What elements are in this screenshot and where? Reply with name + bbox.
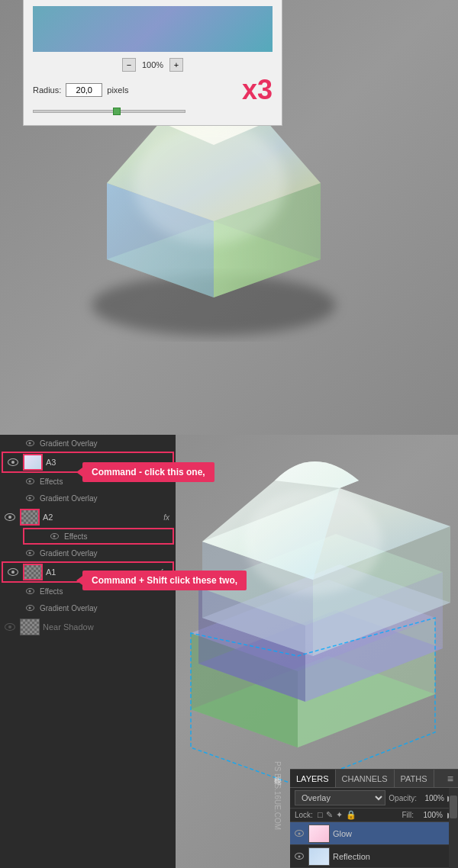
tooltip-shift-click: Command + Shift click these two, [82,571,247,590]
effects-label: Effects [40,477,63,486]
zoom-out-button[interactable]: − [122,58,136,72]
tab-channels[interactable]: CHANNELS [336,770,395,787]
scroll-thumb[interactable] [450,796,457,818]
panel-layer-eye[interactable] [293,828,305,840]
lock-all-icon[interactable]: 🔒 [346,810,356,820]
layer-thumbnail [20,509,40,526]
zoom-row: − 100% + [33,58,273,72]
layer-visibility[interactable] [24,476,35,487]
layer-visibility-eye[interactable] [6,455,20,469]
layers-panel: Gradient Overlay A3 Command - click this… [0,435,176,868]
layer-effect-label: Gradient Overlay [40,549,98,558]
lock-move-icon[interactable]: ✦ [336,810,343,820]
panel-tab-bar: LAYERS CHANNELS PATHS ≡ [290,770,458,788]
effects-label: Effects [64,532,87,541]
lock-icons: □ ✎ ✦ 🔒 [318,810,356,820]
fill-value: 100% [418,811,443,819]
panel-menu-icon[interactable]: ≡ [443,770,458,787]
scroll-bar[interactable] [449,788,458,868]
opacity-value: 100% [420,794,444,802]
layer-visibility-eye[interactable] [6,565,20,579]
layer-visibility[interactable] [49,531,60,542]
list-item: Gradient Overlay [0,545,176,561]
layer-visibility[interactable] [24,586,35,596]
list-item: Gradient Overlay [0,600,176,616]
layer-visibility[interactable] [24,438,35,448]
layer-visibility[interactable] [24,603,35,613]
radius-input[interactable] [66,83,102,97]
fx-badge: fx [163,513,169,522]
list-item[interactable]: A2 fx [0,506,176,528]
layer-thumbnail [23,454,43,471]
panel-layer-row[interactable]: Glow [290,822,458,845]
top-section: − 100% + Radius: pixels x3 [0,0,458,435]
layer-visibility[interactable] [24,493,35,503]
panel-layer-name: Glow [333,829,455,838]
blend-mode-select[interactable]: Overlay [295,790,385,805]
layer-effect-label: Gradient Overlay [40,439,98,448]
tooltip-arrow [76,468,82,477]
panel-layer-row[interactable]: Reflection [290,845,458,868]
panel-layer-thumbnail [308,847,330,866]
panel-layer-thumbnail [308,825,330,843]
lock-row: Lock: □ ✎ ✦ 🔒 Fill: 100% ▶ [290,809,458,822]
list-item: Gradient Overlay [0,435,176,452]
list-item[interactable]: Near Shadow [0,616,176,638]
layer-thumbnail [20,619,40,635]
tab-layers[interactable]: LAYERS [290,770,336,787]
fill-label: Fill: [402,811,414,819]
tab-paths[interactable]: PATHS [395,770,434,787]
layer-name: Near Shadow [43,622,173,632]
slider-row [33,110,273,113]
blur-preview [33,6,273,52]
x3-label: x3 [242,76,273,104]
lock-label: Lock: [295,811,313,819]
tooltip-command-click: Command - click this one, [82,462,214,482]
list-item: Gradient Overlay [0,490,176,506]
zoom-value: 100% [142,60,163,69]
radius-row: Radius: pixels x3 [33,76,273,104]
svg-point-2 [244,488,382,595]
list-item: Effects [23,528,174,545]
zoom-in-button[interactable]: + [169,58,183,72]
layer-visibility-eye[interactable] [3,510,17,524]
canvas-area: LAYERS CHANNELS PATHS ≡ Overlay Opacity:… [176,435,458,868]
watermark: PS教程论坛 BBS.16UE.COM [272,761,282,830]
layer-thumbnail [23,564,43,580]
layers-channels-panel: LAYERS CHANNELS PATHS ≡ Overlay Opacity:… [290,769,458,868]
effects-label: Effects [40,587,63,596]
lock-paint-icon[interactable]: ✎ [326,810,333,820]
opacity-label: Opacity: [389,794,417,802]
lock-transparency-icon[interactable]: □ [318,810,323,820]
layer-effect-label: Gradient Overlay [40,494,98,503]
3d-shape-bottom [176,435,458,816]
blend-mode-row: Overlay Opacity: 100% ▶ [290,788,458,809]
panel-layer-eye[interactable] [293,850,305,863]
pixels-label: pixels [107,85,128,95]
tooltip-arrow2 [76,576,82,585]
layer-name: A2 [43,513,163,522]
layer-visibility-eye[interactable] [3,620,17,634]
radius-slider[interactable] [33,110,185,113]
slider-thumb[interactable] [113,108,121,115]
layer-visibility[interactable] [24,548,35,558]
bottom-section: Gradient Overlay A3 Command - click this… [0,435,458,868]
layer-effect-label: Gradient Overlay [40,604,98,612]
panel-layer-name: Reflection [333,852,455,861]
blur-dialog: − 100% + Radius: pixels x3 [23,0,282,126]
radius-label: Radius: [33,85,61,95]
